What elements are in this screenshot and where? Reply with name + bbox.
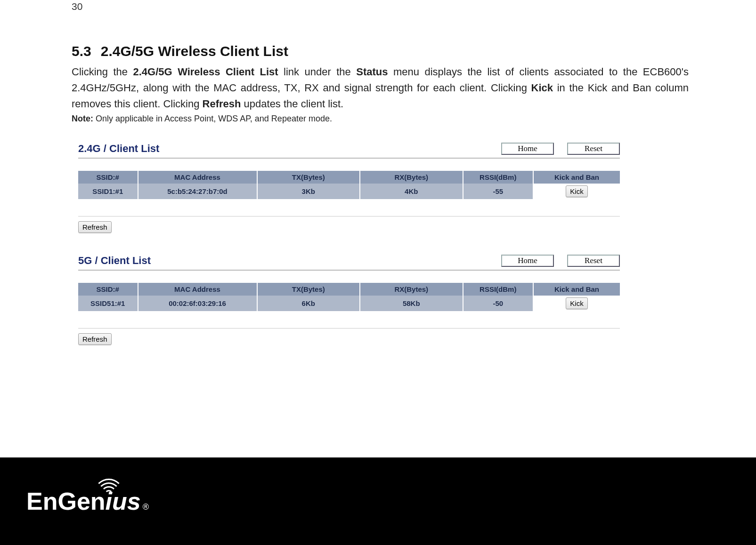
table-header-row: SSID:# MAC Address TX(Bytes) RX(Bytes) R… bbox=[78, 283, 620, 296]
cell-rssi: -55 bbox=[463, 184, 534, 199]
page-content: 5.32.4G/5G Wireless Client List Clicking… bbox=[72, 43, 689, 345]
engenius-logo: EnGen i us® bbox=[26, 487, 149, 515]
header-buttons: Home Reset bbox=[501, 143, 620, 155]
body-bold-menu: Status bbox=[356, 66, 388, 78]
cell-tx: 6Kb bbox=[257, 296, 360, 311]
section-title: 2.4G/5G Wireless Client List bbox=[101, 43, 288, 59]
col-tx: TX(Bytes) bbox=[257, 171, 360, 184]
cell-ssid: SSID51:#1 bbox=[78, 296, 138, 311]
footer: EnGen i us® bbox=[0, 457, 756, 545]
col-rx: RX(Bytes) bbox=[360, 171, 463, 184]
col-kick: Kick and Ban bbox=[533, 171, 620, 184]
col-rssi: RSSI(dBm) bbox=[463, 283, 534, 296]
refresh-button[interactable]: Refresh bbox=[78, 333, 112, 345]
refresh-row: Refresh bbox=[78, 328, 620, 345]
wifi-icon bbox=[94, 476, 124, 495]
panel-2-4g: 2.4G / Client List Home Reset SSID:# MAC… bbox=[78, 143, 620, 233]
col-ssid: SSID:# bbox=[78, 171, 138, 184]
refresh-button[interactable]: Refresh bbox=[78, 221, 112, 233]
divider bbox=[78, 158, 620, 159]
col-tx: TX(Bytes) bbox=[257, 283, 360, 296]
cell-rx: 4Kb bbox=[360, 184, 463, 199]
cell-rx: 58Kb bbox=[360, 296, 463, 311]
reset-button[interactable]: Reset bbox=[567, 255, 620, 267]
page-number: 30 bbox=[72, 1, 82, 12]
cell-tx: 3Kb bbox=[257, 184, 360, 199]
registered-icon: ® bbox=[143, 502, 149, 512]
divider bbox=[78, 216, 620, 216]
logo-i: i bbox=[106, 487, 112, 515]
kick-button[interactable]: Kick bbox=[566, 297, 587, 309]
panel-title-2-4g: 2.4G / Client List bbox=[78, 143, 159, 155]
body-text: updates the client list. bbox=[241, 98, 343, 110]
col-rssi: RSSI(dBm) bbox=[463, 171, 534, 184]
section-number: 5.3 bbox=[72, 43, 91, 59]
note: Note: Only applicable in Access Point, W… bbox=[72, 114, 689, 124]
body-bold-kick: Kick bbox=[531, 82, 553, 94]
panel-header: 2.4G / Client List Home Reset bbox=[78, 143, 620, 155]
col-kick: Kick and Ban bbox=[533, 283, 620, 296]
home-button[interactable]: Home bbox=[501, 143, 554, 155]
col-mac: MAC Address bbox=[138, 283, 257, 296]
cell-mac: 5c:b5:24:27:b7:0d bbox=[138, 184, 257, 199]
body-bold-link-name: 2.4G/5G Wireless Client List bbox=[133, 66, 278, 78]
col-mac: MAC Address bbox=[138, 171, 257, 184]
reset-button[interactable]: Reset bbox=[567, 143, 620, 155]
table-row: SSID1:#1 5c:b5:24:27:b7:0d 3Kb 4Kb -55 K… bbox=[78, 184, 620, 199]
divider bbox=[78, 270, 620, 271]
cell-kick: Kick bbox=[533, 296, 620, 311]
cell-mac: 00:02:6f:03:29:16 bbox=[138, 296, 257, 311]
panel-5g: 5G / Client List Home Reset SSID:# MAC A… bbox=[78, 255, 620, 345]
body-text: Clicking the bbox=[72, 66, 133, 78]
client-table-5g: SSID:# MAC Address TX(Bytes) RX(Bytes) R… bbox=[78, 283, 620, 311]
divider bbox=[78, 328, 620, 329]
body-text: link under the bbox=[278, 66, 357, 78]
note-label: Note: bbox=[72, 114, 93, 123]
client-table-2-4g: SSID:# MAC Address TX(Bytes) RX(Bytes) R… bbox=[78, 171, 620, 199]
note-body: Only applicable in Access Point, WDS AP,… bbox=[93, 114, 332, 123]
kick-button[interactable]: Kick bbox=[566, 185, 587, 197]
section-body: Clicking the 2.4G/5G Wireless Client Lis… bbox=[72, 64, 689, 112]
panel-header: 5G / Client List Home Reset bbox=[78, 255, 620, 267]
col-ssid: SSID:# bbox=[78, 283, 138, 296]
home-button[interactable]: Home bbox=[501, 255, 554, 267]
cell-rssi: -50 bbox=[463, 296, 534, 311]
body-bold-refresh: Refresh bbox=[203, 98, 241, 110]
table-row: SSID51:#1 00:02:6f:03:29:16 6Kb 58Kb -50… bbox=[78, 296, 620, 311]
cell-ssid: SSID1:#1 bbox=[78, 184, 138, 199]
table-header-row: SSID:# MAC Address TX(Bytes) RX(Bytes) R… bbox=[78, 171, 620, 184]
refresh-row: Refresh bbox=[78, 216, 620, 233]
header-buttons: Home Reset bbox=[501, 255, 620, 267]
col-rx: RX(Bytes) bbox=[360, 283, 463, 296]
panel-title-5g: 5G / Client List bbox=[78, 255, 151, 267]
cell-kick: Kick bbox=[533, 184, 620, 199]
section-heading: 5.32.4G/5G Wireless Client List bbox=[72, 43, 689, 59]
